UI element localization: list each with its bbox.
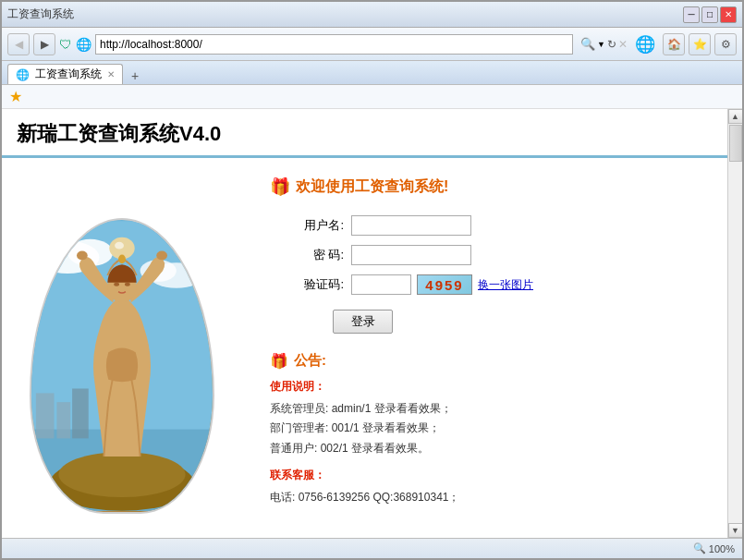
svg-point-14 (115, 242, 124, 250)
statue-image (30, 218, 214, 514)
address-input[interactable] (95, 34, 573, 55)
welcome-line: 🎁 欢迎使用工资查询系统! (270, 177, 700, 197)
right-panel: 🎁 欢迎使用工资查询系统! 用户名: 密 码: (242, 158, 727, 538)
password-label: 密 码: (288, 247, 344, 263)
svg-rect-6 (36, 393, 55, 438)
notice-icon: 🎁 (270, 352, 288, 370)
restore-button[interactable]: □ (701, 6, 718, 23)
username-row: 用户名: (288, 215, 700, 236)
back-button[interactable]: ◀ (7, 33, 30, 55)
search-icon: 🔍 (580, 37, 595, 51)
active-tab[interactable]: 🌐 工资查询系统 ✕ (7, 64, 123, 84)
scroll-up-button[interactable]: ▲ (728, 109, 743, 124)
title-bar-left: 工资查询系统 (7, 6, 74, 22)
scroll-thumb[interactable] (729, 125, 742, 162)
site-header: 新瑞工资查询系统V4.0 (2, 109, 727, 158)
nav-dropdown-icon: ▼ (597, 40, 605, 49)
browser-title: 工资查询系统 (7, 6, 74, 22)
username-input[interactable] (351, 215, 471, 236)
address-bar-container: 🛡 🌐 (59, 33, 573, 55)
zoom-level: 100% (709, 543, 735, 554)
left-panel (2, 158, 242, 538)
nav-right-icons: 🌐 (635, 34, 655, 55)
password-row: 密 码: (288, 245, 700, 265)
notice-title: 公告: (294, 352, 326, 370)
bookmark-star-icon: ★ (9, 88, 22, 105)
nav-bar: ◀ ▶ 🛡 🌐 🔍 ▼ ↻ ✕ 🌐 🏠 ⭐ ⚙ (2, 28, 742, 61)
password-input[interactable] (351, 245, 471, 265)
favorites-button[interactable]: ⭐ (689, 33, 711, 55)
captcha-row: 验证码: 4959 换一张图片 (288, 274, 700, 295)
notice-body: 使用说明： 系统管理员: admin/1 登录看看效果； 部门管理者: 001/… (270, 377, 700, 508)
svg-rect-8 (72, 389, 89, 439)
title-bar-controls: ─ □ ✕ (683, 6, 737, 23)
usage-line-3: 普通用户: 002/1 登录看看效果。 (270, 439, 700, 459)
contact-info: 电话: 0756-6139256 QQ:368910341； (270, 488, 700, 508)
title-bar: 工资查询系统 ─ □ ✕ (2, 2, 742, 28)
login-form: 用户名: 密 码: 验证码: 4959 (288, 215, 700, 295)
close-button[interactable]: ✕ (720, 6, 737, 23)
captcha-refresh-link[interactable]: 换一张图片 (478, 277, 533, 293)
notice-section: 🎁 公告: 使用说明： 系统管理员: admin/1 登录看看效果； 部门管理者… (270, 352, 700, 508)
svg-point-17 (114, 283, 119, 286)
svg-point-12 (156, 251, 167, 261)
login-button[interactable]: 登录 (333, 310, 393, 334)
page-content: 新瑞工资查询系统V4.0 (2, 109, 727, 538)
tab-close-button[interactable]: ✕ (107, 69, 115, 79)
page-area: 新瑞工资查询系统V4.0 (2, 109, 742, 538)
tab-bar: 🌐 工资查询系统 ✕ + (2, 61, 742, 85)
minimize-button[interactable]: ─ (683, 6, 700, 23)
scroll-track[interactable] (728, 124, 743, 523)
svg-point-19 (118, 254, 126, 263)
welcome-icon: 🎁 (270, 177, 290, 197)
svg-point-18 (125, 283, 130, 286)
nav-search-area: 🔍 ▼ ↻ ✕ (580, 37, 628, 51)
svg-point-10 (58, 452, 185, 497)
usage-line-1: 系统管理员: admin/1 登录看看效果； (270, 399, 700, 420)
svg-rect-7 (56, 402, 70, 438)
usage-title: 使用说明： (270, 377, 700, 397)
forward-button[interactable]: ▶ (33, 33, 55, 55)
ie-icon: 🌐 (76, 37, 91, 52)
bookmark-bar: ★ (2, 85, 742, 109)
site-body: 🎁 欢迎使用工资查询系统! 用户名: 密 码: (2, 158, 727, 538)
zoom-control[interactable]: 🔍 100% (693, 542, 735, 554)
username-label: 用户名: (288, 217, 344, 234)
status-bar: 🔍 100% (2, 538, 742, 558)
new-tab-button[interactable]: + (127, 67, 143, 84)
scrollbar-vertical[interactable]: ▲ ▼ (727, 109, 742, 538)
zoom-icon: 🔍 (693, 542, 706, 554)
scroll-down-button[interactable]: ▼ (728, 523, 743, 538)
captcha-image: 4959 (417, 274, 472, 295)
nav-refresh-icon[interactable]: ↻ (607, 38, 616, 51)
tab-ie-icon: 🌐 (16, 68, 30, 81)
tools-button[interactable]: ⚙ (714, 33, 737, 55)
ie-logo-icon: 🌐 (635, 34, 655, 55)
captcha-input[interactable] (351, 274, 411, 295)
home-button[interactable]: 🏠 (663, 33, 685, 55)
nav-stop-icon[interactable]: ✕ (618, 38, 628, 51)
svg-point-11 (77, 251, 88, 261)
tab-label: 工资查询系统 (35, 67, 102, 82)
usage-line-2: 部门管理者: 001/1 登录看看效果； (270, 419, 700, 439)
captcha-label: 验证码: (288, 276, 344, 293)
security-icon: 🛡 (59, 37, 72, 52)
welcome-text: 欢迎使用工资查询系统! (296, 177, 448, 197)
site-title: 新瑞工资查询系统V4.0 (17, 122, 221, 145)
login-btn-row: 登录 (333, 310, 700, 334)
contact-title: 联系客服： (270, 466, 700, 486)
browser-window: 工资查询系统 ─ □ ✕ ◀ ▶ 🛡 🌐 🔍 ▼ ↻ ✕ 🌐 🏠 ⭐ ⚙ (0, 0, 744, 560)
notice-header: 🎁 公告: (270, 352, 700, 370)
captcha-group: 4959 换一张图片 (351, 274, 533, 295)
